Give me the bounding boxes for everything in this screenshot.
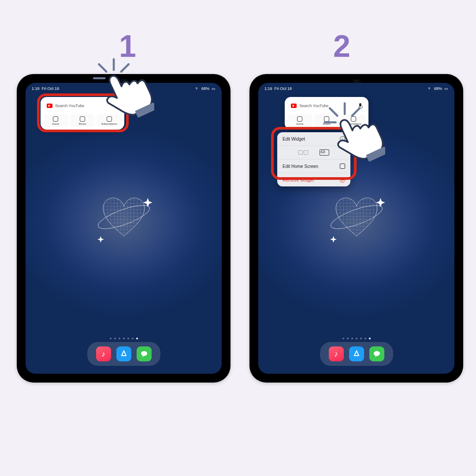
app-music[interactable]: ♪ bbox=[96, 346, 111, 361]
status-time: 1:18 bbox=[32, 86, 40, 91]
status-date: Fri Oct 18 bbox=[42, 86, 60, 91]
battery-icon: ▭ bbox=[212, 86, 216, 91]
messages-icon bbox=[140, 350, 149, 358]
app-appstore[interactable] bbox=[116, 346, 131, 361]
battery-text: 68% bbox=[434, 86, 442, 91]
wallpaper-heart-icon bbox=[91, 186, 157, 253]
app-messages[interactable] bbox=[369, 346, 384, 361]
app-music[interactable]: ♪ bbox=[329, 346, 344, 361]
svg-line-5 bbox=[99, 64, 106, 72]
appstore-icon bbox=[119, 350, 128, 358]
app-appstore[interactable] bbox=[349, 346, 364, 361]
wifi-icon: ᯤ bbox=[428, 86, 432, 91]
youtube-tile-home[interactable]: Home bbox=[287, 114, 312, 127]
battery-text: 68% bbox=[201, 86, 209, 91]
dock: ♪ bbox=[320, 342, 393, 366]
music-icon: ♪ bbox=[334, 350, 338, 359]
svg-point-1 bbox=[141, 351, 147, 356]
wifi-icon: ᯤ bbox=[195, 86, 199, 91]
battery-icon: ▭ bbox=[444, 86, 448, 91]
status-time: 1:19 bbox=[264, 86, 272, 91]
appstore-icon bbox=[352, 350, 361, 358]
page-indicator[interactable] bbox=[110, 338, 138, 339]
music-icon: ♪ bbox=[101, 350, 105, 359]
svg-line-11 bbox=[352, 108, 360, 116]
messages-icon bbox=[372, 350, 381, 358]
status-date: Fri Oct 18 bbox=[275, 86, 292, 91]
status-bar: 1:19 Fri Oct 18 ᯤ 68% ▭ bbox=[258, 83, 454, 92]
youtube-icon bbox=[291, 104, 297, 108]
tap-gesture-icon bbox=[319, 99, 385, 165]
svg-point-3 bbox=[374, 351, 380, 356]
home-icon bbox=[297, 116, 302, 122]
svg-line-10 bbox=[330, 108, 337, 116]
page-indicator[interactable] bbox=[342, 338, 371, 339]
dock: ♪ bbox=[87, 342, 160, 366]
step-label-2: 2 bbox=[333, 29, 350, 64]
svg-line-6 bbox=[121, 64, 129, 72]
home-screen[interactable]: 1:18 Fri Oct 18 ᯤ 68% ▭ Search YouTube H… bbox=[26, 83, 222, 374]
app-messages[interactable] bbox=[137, 346, 152, 361]
tap-gesture-icon bbox=[88, 55, 154, 121]
wallpaper-heart-icon bbox=[324, 186, 390, 253]
